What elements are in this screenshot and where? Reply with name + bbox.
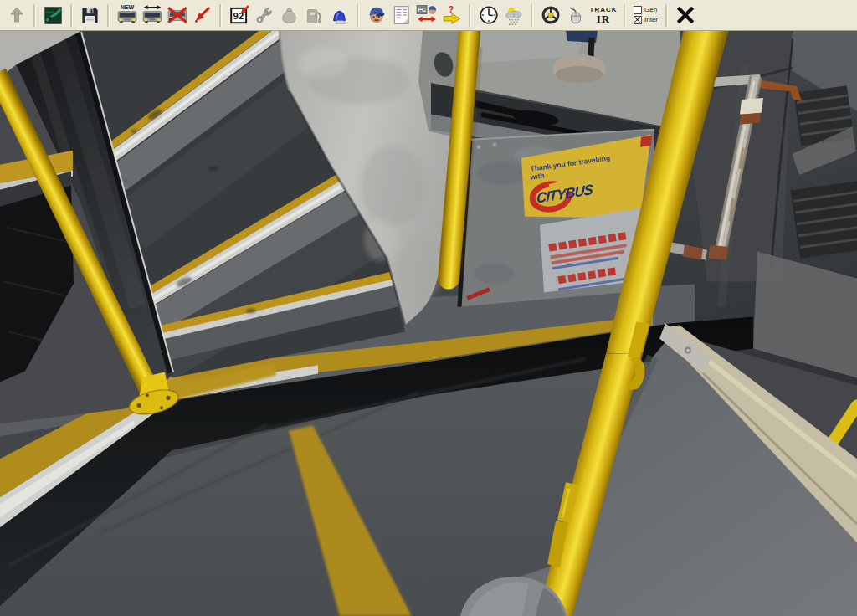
map-thumbnail-icon <box>44 6 63 25</box>
document-icon <box>391 4 413 26</box>
toolbar-separator <box>107 4 110 27</box>
checkbox-gen-label: Gen <box>644 7 657 13</box>
money-button[interactable] <box>278 3 300 28</box>
new-bus-icon: NEW <box>116 4 138 26</box>
close-x-icon <box>675 4 696 26</box>
driver-face-icon <box>366 4 387 26</box>
driver-button[interactable] <box>365 3 387 28</box>
beacon-button[interactable] <box>328 3 351 28</box>
toolbar-separator <box>70 4 73 27</box>
mouse-control-button[interactable] <box>564 3 587 28</box>
clock-icon <box>478 4 500 26</box>
main-toolbar: NEW <box>0 0 857 31</box>
checkbox-inter-box[interactable] <box>634 16 642 24</box>
svg-text:?: ? <box>448 5 453 14</box>
checkbox-inter-label: Inter <box>644 17 658 23</box>
question-arrow-icon: ? <box>441 4 463 26</box>
toolbar-separator <box>357 4 359 27</box>
toolbar-separator <box>469 4 471 27</box>
up-level-button[interactable] <box>5 3 28 28</box>
toolbar-separator <box>624 4 626 27</box>
ai-control-button[interactable]: PC <box>415 3 438 28</box>
jump-button[interactable]: ? <box>440 3 463 28</box>
floppy-disk-icon <box>80 6 100 25</box>
calendar-92-icon: 92 <box>228 4 250 26</box>
money-sack-icon <box>279 5 300 26</box>
checkbox-gen[interactable]: Gen <box>634 6 658 14</box>
view-checkbox-group: Gen Inter <box>632 6 659 24</box>
save-button[interactable] <box>79 3 101 28</box>
trackir-label-bottom: IR <box>597 13 610 24</box>
map-button[interactable] <box>42 3 64 28</box>
checkbox-gen-box[interactable] <box>634 6 642 14</box>
wrench-icon <box>254 5 275 26</box>
3d-viewport-bus-interior[interactable]: Thank you for travelling with CITYBUS <box>0 31 857 616</box>
svg-text:PC: PC <box>417 6 426 13</box>
toolbar-separator <box>665 4 668 27</box>
move-bus-button[interactable] <box>141 3 163 28</box>
up-arrow-icon <box>7 5 27 25</box>
time-button[interactable] <box>477 3 500 28</box>
red-arrow-icon <box>192 5 213 25</box>
timetable-button[interactable] <box>390 3 413 28</box>
vignette <box>0 31 857 616</box>
delete-bus-button[interactable] <box>166 3 188 28</box>
fuel-pump-icon <box>304 5 325 26</box>
trackir-button[interactable]: TRACK IR <box>589 3 618 28</box>
place-bus-button[interactable] <box>191 3 213 28</box>
steering-button[interactable] <box>539 3 562 28</box>
weather-button[interactable] <box>502 3 525 28</box>
new-bus-button[interactable]: NEW <box>115 3 138 28</box>
steering-wheel-icon <box>540 4 562 26</box>
close-button[interactable] <box>674 3 696 28</box>
pc-swap-icon: PC <box>416 4 438 26</box>
svg-text:NEW: NEW <box>120 4 134 10</box>
toolbar-separator <box>531 4 533 27</box>
refuel-button[interactable] <box>303 3 326 28</box>
weather-icon <box>502 4 525 27</box>
toolbar-separator <box>219 4 222 27</box>
bus-double-arrow-icon <box>141 4 163 26</box>
blue-lamp-icon <box>329 5 350 26</box>
year-settings-button[interactable]: 92 <box>228 3 250 28</box>
toolbar-separator <box>33 4 36 27</box>
mouse-icon <box>566 5 586 25</box>
repair-button[interactable] <box>253 3 275 28</box>
bus-delete-icon <box>167 4 188 26</box>
checkbox-inter[interactable]: Inter <box>634 16 658 24</box>
